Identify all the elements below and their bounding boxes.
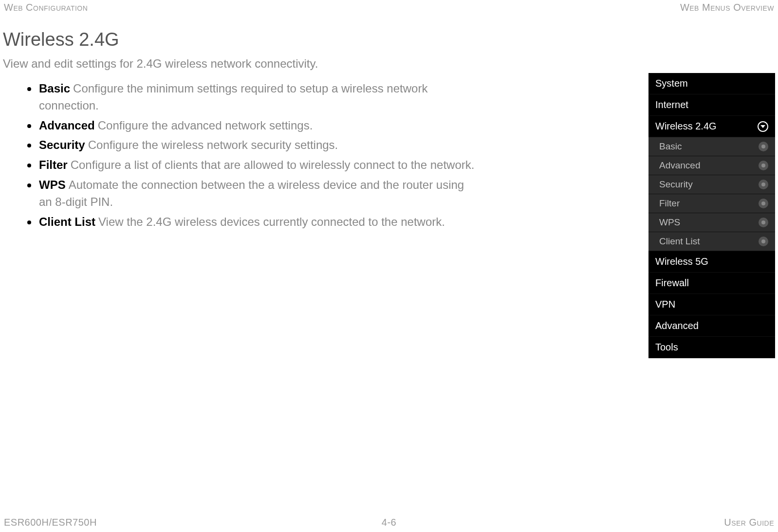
header-left: Web Configuration [4,2,88,13]
menu-label: System [655,78,688,89]
circle-icon [759,199,768,208]
footer-left: ESR600H/ESR750H [4,517,97,528]
menu-item-internet[interactable]: Internet [648,94,775,116]
desc: Configure the advanced network settings. [98,119,313,132]
feature-list: BasicConfigure the minimum settings requ… [3,80,629,230]
desc: View the 2.4G wireless devices currently… [98,215,445,228]
submenu-item-filter[interactable]: Filter [648,194,775,213]
menu-item-firewall[interactable]: Firewall [648,273,775,294]
list-item: FilterConfigure a list of clients that a… [27,157,475,174]
menu-label: Firewall [655,277,689,289]
submenu-label: Basic [659,141,682,152]
menu-item-wireless-24g[interactable]: Wireless 2.4G [648,116,775,137]
content-area: Wireless 2.4G View and edit settings for… [3,29,775,358]
list-item: Client ListView the 2.4G wireless device… [27,214,475,231]
circle-icon [759,180,768,189]
page-title: Wireless 2.4G [3,29,629,50]
page-subtitle: View and edit settings for 2.4G wireless… [3,57,629,71]
page-footer: ESR600H/ESR750H 4-6 User Guide [0,517,778,528]
submenu-label: WPS [659,217,680,228]
term: WPS [39,178,66,191]
main-text: Wireless 2.4G View and edit settings for… [3,29,629,233]
menu-label: VPN [655,299,675,310]
menu-label: Advanced [655,320,699,331]
menu-label: Wireless 2.4G [655,121,717,132]
menu-label: Tools [655,342,678,353]
list-item: WPSAutomate the connection between the a… [27,177,475,211]
submenu-label: Client List [659,236,700,247]
submenu-label: Advanced [659,160,701,171]
menu-label: Wireless 5G [655,256,708,267]
list-item: SecurityConfigure the wireless network s… [27,137,475,154]
term: Filter [39,158,68,171]
circle-icon [759,161,768,170]
desc: Automate the connection between the a wi… [39,178,464,208]
term: Client List [39,215,95,228]
menu-item-tools[interactable]: Tools [648,337,775,358]
footer-page-number: 4-6 [382,517,396,528]
circle-icon [759,142,768,151]
submenu-item-wps[interactable]: WPS [648,213,775,232]
term: Security [39,138,85,151]
list-item: BasicConfigure the minimum settings requ… [27,80,475,114]
page-header: Web Configuration Web Menus Overview [0,2,778,13]
desc: Configure the minimum settings required … [39,82,427,112]
desc: Configure a list of clients that are all… [71,158,475,171]
circle-icon [759,218,768,227]
list-item: AdvancedConfigure the advanced network s… [27,117,475,134]
chevron-down-icon [758,121,768,132]
term: Advanced [39,119,95,132]
term: Basic [39,82,70,95]
submenu-label: Security [659,179,693,190]
menu-item-advanced[interactable]: Advanced [648,315,775,337]
menu-item-vpn[interactable]: VPN [648,294,775,315]
submenu-item-advanced[interactable]: Advanced [648,156,775,175]
circle-icon [759,237,768,246]
menu-label: Internet [655,99,688,110]
nav-menu: System Internet Wireless 2.4G Basic Adva… [648,73,775,358]
submenu-label: Filter [659,198,680,209]
desc: Configure the wireless network security … [88,138,338,151]
menu-item-system[interactable]: System [648,73,775,94]
header-right: Web Menus Overview [680,2,774,13]
submenu-item-security[interactable]: Security [648,175,775,194]
footer-right: User Guide [724,517,774,528]
menu-item-wireless-5g[interactable]: Wireless 5G [648,251,775,273]
submenu-item-basic[interactable]: Basic [648,137,775,156]
submenu-item-client-list[interactable]: Client List [648,232,775,251]
